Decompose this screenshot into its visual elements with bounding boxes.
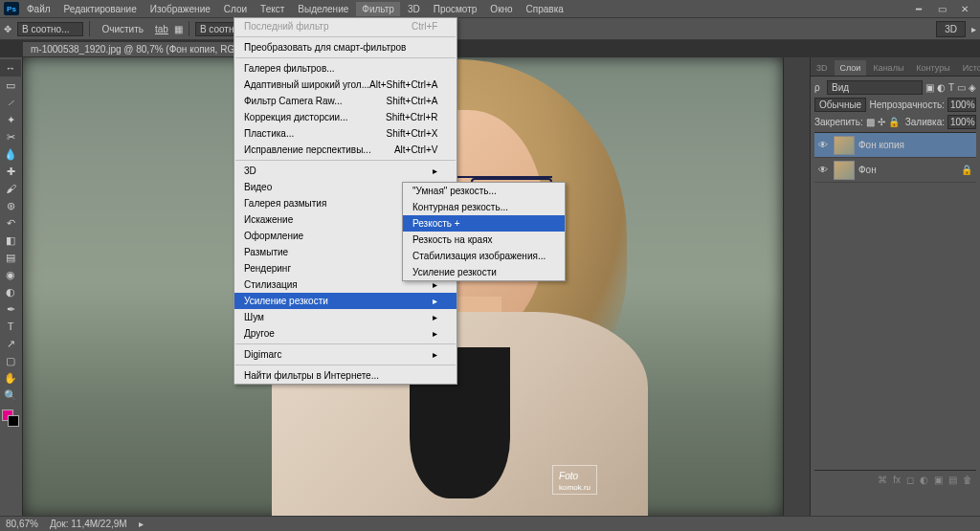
visibility-icon[interactable]: 👁 bbox=[818, 165, 830, 175]
menu-фильтр[interactable]: Фильтр bbox=[356, 2, 400, 16]
status-arrow-icon[interactable]: ▸ bbox=[139, 519, 144, 529]
layer-row[interactable]: 👁Фон копия bbox=[814, 133, 976, 158]
menu-item[interactable]: Коррекция дисторсии...Shift+Ctrl+R bbox=[234, 109, 457, 125]
filter-shape-icon[interactable]: ▭ bbox=[957, 82, 966, 93]
zoom-fit-select[interactable]: В соотно... bbox=[17, 22, 83, 36]
panel-tab-1[interactable]: Слои bbox=[835, 60, 867, 76]
link-layers-icon[interactable]: ⌘ bbox=[878, 475, 887, 485]
menu-item[interactable]: Резкость на краях bbox=[403, 232, 565, 248]
options-bar: ✥ В соотно... Очистить tab ▦ В соотно...… bbox=[0, 17, 980, 40]
lasso-tool[interactable]: ⟋ bbox=[0, 94, 21, 111]
menu-окно[interactable]: Окно bbox=[484, 2, 518, 16]
path-tool[interactable]: ↗ bbox=[0, 335, 21, 352]
move-tool[interactable]: ↔ bbox=[0, 59, 21, 77]
maximize-button[interactable]: ▭ bbox=[934, 4, 949, 14]
shape-tool[interactable]: ▢ bbox=[0, 352, 21, 369]
panel-tab-2[interactable]: Каналы bbox=[867, 60, 909, 76]
delete-layer-icon[interactable]: 🗑 bbox=[963, 475, 972, 485]
blend-mode-select[interactable]: Обычные bbox=[814, 98, 866, 112]
layer-mask-icon[interactable]: ◻ bbox=[906, 475, 914, 485]
new-layer-icon[interactable]: ▤ bbox=[948, 475, 957, 485]
tab-icon[interactable]: tab bbox=[155, 24, 168, 34]
layer-group-icon[interactable]: ▣ bbox=[934, 475, 943, 485]
pen-tool[interactable]: ✒ bbox=[0, 300, 21, 318]
menu-item[interactable]: Преобразовать для смарт-фильтров bbox=[234, 39, 457, 55]
minimize-button[interactable]: ━ bbox=[911, 4, 926, 14]
close-button[interactable]: ✕ bbox=[957, 4, 972, 14]
menu-item[interactable]: 3D▸ bbox=[234, 163, 457, 179]
color-swatches[interactable] bbox=[0, 408, 22, 432]
menu-item[interactable]: Адаптивный широкий угол...Alt+Shift+Ctrl… bbox=[234, 77, 457, 93]
menu-item[interactable]: Пластика...Shift+Ctrl+X bbox=[234, 125, 457, 142]
background-swatch[interactable] bbox=[8, 415, 19, 427]
menu-item[interactable]: Усиление резкости bbox=[403, 264, 565, 280]
3d-mode-button[interactable]: 3D bbox=[936, 21, 966, 37]
menu-item[interactable]: Стабилизация изображения... bbox=[403, 248, 565, 264]
panel-tab-3[interactable]: Контуры bbox=[910, 60, 955, 76]
menu-справка[interactable]: Справка bbox=[521, 2, 569, 16]
dodge-tool[interactable]: ◐ bbox=[0, 283, 21, 300]
history-brush-tool[interactable]: ↶ bbox=[0, 214, 21, 232]
menu-изображение[interactable]: Изображение bbox=[145, 2, 216, 16]
zoom-tool[interactable]: 🔍 bbox=[0, 387, 21, 404]
menu-item[interactable]: Резкость + bbox=[403, 215, 565, 232]
lock-position-icon[interactable]: ✢ bbox=[878, 117, 885, 127]
menu-файл[interactable]: Файл bbox=[21, 2, 56, 16]
menu-3d[interactable]: 3D bbox=[402, 2, 426, 16]
eraser-tool[interactable]: ◧ bbox=[0, 232, 21, 249]
panel-tab-4[interactable]: История bbox=[957, 60, 980, 76]
lock-all-icon[interactable]: 🔒 bbox=[888, 117, 900, 127]
crop-tool[interactable]: ✂ bbox=[0, 128, 21, 145]
menu-item[interactable]: Исправление перспективы...Alt+Ctrl+V bbox=[234, 142, 457, 158]
layer-row[interactable]: 👁Фон🔒 bbox=[814, 158, 976, 183]
menu-слои[interactable]: Слои bbox=[218, 2, 253, 16]
panel-toggle-icon[interactable]: ▸ bbox=[971, 24, 976, 34]
brush-tool[interactable]: 🖌 bbox=[0, 180, 21, 197]
menu-текст[interactable]: Текст bbox=[255, 2, 290, 16]
menu-item[interactable]: Шум▸ bbox=[234, 309, 457, 325]
filter-smart-icon[interactable]: ◈ bbox=[969, 82, 976, 93]
menu-выделение[interactable]: Выделение bbox=[292, 2, 354, 16]
lock-pixels-icon[interactable]: ▩ bbox=[866, 117, 875, 127]
menu-редактирование[interactable]: Редактирование bbox=[58, 2, 143, 16]
hand-tool[interactable]: ✋ bbox=[0, 369, 21, 387]
heal-tool[interactable]: ✚ bbox=[0, 163, 21, 180]
doc-size[interactable]: Док: 11,4M/22,9M bbox=[50, 519, 127, 529]
eyedropper-tool[interactable]: 💧 bbox=[0, 145, 21, 163]
grid-icon[interactable]: ▦ bbox=[174, 24, 183, 34]
filter-type-icon[interactable]: T bbox=[948, 82, 954, 93]
type-tool[interactable]: T bbox=[0, 318, 21, 335]
collapsed-panel-dock[interactable] bbox=[783, 57, 810, 516]
menu-item[interactable]: Найти фильтры в Интернете... bbox=[234, 367, 457, 384]
blur-tool[interactable]: ◉ bbox=[0, 266, 21, 283]
panel-tab-0[interactable]: 3D bbox=[811, 60, 834, 76]
wand-tool[interactable]: ✦ bbox=[0, 111, 21, 128]
menu-item[interactable]: Усиление резкости▸ bbox=[234, 293, 457, 309]
layer-thumb[interactable] bbox=[834, 136, 855, 155]
lock-label: Закрепить: bbox=[814, 117, 863, 127]
filter-image-icon[interactable]: ▣ bbox=[925, 82, 934, 93]
menu-item[interactable]: Галерея фильтров... bbox=[234, 60, 457, 77]
clear-button[interactable]: Очистить bbox=[96, 22, 149, 36]
fill-input[interactable]: 100% bbox=[947, 115, 976, 129]
layers-list: 👁Фон копия👁Фон🔒 bbox=[814, 132, 976, 183]
layer-kind-select[interactable]: Вид bbox=[827, 80, 923, 95]
visibility-icon[interactable]: 👁 bbox=[818, 140, 830, 150]
filter-adjust-icon[interactable]: ◐ bbox=[937, 82, 946, 93]
menu-item[interactable]: Другое▸ bbox=[234, 325, 457, 342]
menu-item[interactable]: Фильтр Camera Raw...Shift+Ctrl+A bbox=[234, 93, 457, 109]
menu-просмотр[interactable]: Просмотр bbox=[428, 2, 483, 16]
adjustment-layer-icon[interactable]: ◐ bbox=[920, 475, 928, 485]
menu-item[interactable]: Контурная резкость... bbox=[403, 199, 565, 215]
menu-item[interactable]: Digimarc▸ bbox=[234, 346, 457, 363]
hand-tool-icon[interactable]: ✥ bbox=[4, 24, 11, 34]
stamp-tool[interactable]: ⊛ bbox=[0, 197, 21, 214]
layer-thumb[interactable] bbox=[834, 161, 855, 180]
opacity-input[interactable]: 100% bbox=[947, 98, 976, 112]
menu-item[interactable]: "Умная" резкость... bbox=[403, 183, 565, 199]
gradient-tool[interactable]: ▤ bbox=[0, 249, 21, 266]
zoom-level[interactable]: 80,67% bbox=[6, 519, 38, 529]
layer-fx-icon[interactable]: fx bbox=[893, 475, 901, 485]
marquee-tool[interactable]: ▭ bbox=[0, 77, 21, 94]
menu-item: Последний фильтрCtrl+F bbox=[234, 18, 457, 34]
